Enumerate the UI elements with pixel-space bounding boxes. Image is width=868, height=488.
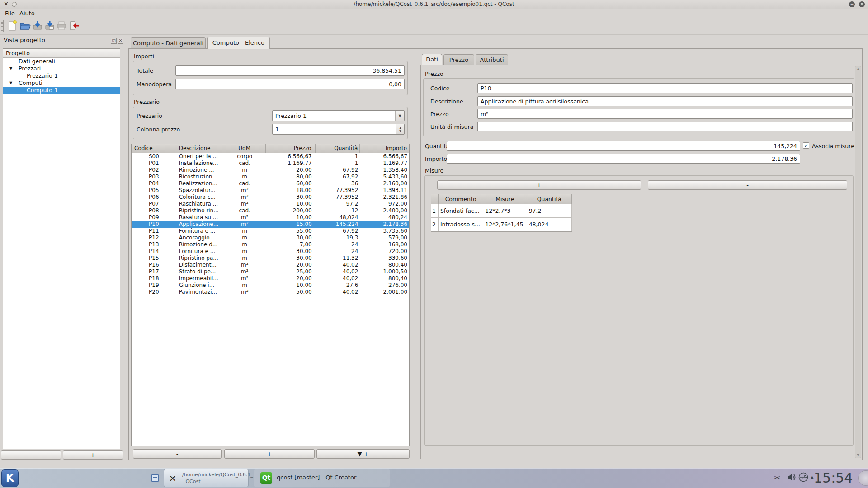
taskbar-task-qcost[interactable]: ✕ /home/mickele/QCost_0.6.1_ - QCost	[164, 469, 249, 487]
computo-row-P11[interactable]: P11Fornitura e ...m55,0067,923.735,60	[132, 228, 409, 235]
misure-remove-button[interactable]: -	[648, 180, 847, 190]
tree-item-computo-1[interactable]: Computo 1	[3, 87, 120, 94]
computo-row-P03[interactable]: P03Ricostruzion...m80,0067,925.433,60	[132, 174, 409, 180]
codice-field[interactable]: P10	[477, 83, 853, 93]
computo-row-P09[interactable]: P09Rasatura su ...m²10,0048,024480,24	[132, 214, 409, 221]
save-icon[interactable]	[32, 20, 44, 33]
toolbar-drag-handle[interactable]	[1, 20, 4, 32]
header-descrizione[interactable]: Descrizione	[176, 144, 224, 153]
computo-row-P07[interactable]: P07Raschiatura ...m²10,0097,2972,00	[132, 201, 409, 207]
dock-title: Vista progetto	[4, 37, 45, 43]
tab-dati[interactable]: Dati	[422, 54, 442, 65]
new-document-icon[interactable]	[6, 20, 19, 33]
cell-prezzo: 55,00	[266, 228, 316, 235]
window-list-icon[interactable]	[151, 474, 159, 482]
colonna-prezzo-spinbox[interactable]: 1 ▲▼	[272, 124, 405, 135]
computo-row-P17[interactable]: P17Strato di pe...m²25,0040,021.000,50	[132, 268, 409, 275]
prezzo-field[interactable]: m²	[477, 109, 853, 119]
computo-remove-button[interactable]: -	[133, 449, 222, 459]
tab-computo-dati-generali[interactable]: Computo - Dati generali	[131, 37, 206, 49]
dock-add-button[interactable]: +	[63, 450, 123, 460]
computo-row-P02[interactable]: P02Rimozione ...m20,0067,921.358,40	[132, 167, 409, 174]
computo-table[interactable]: Codice Descrizione UdM Prezzo Quantità I…	[131, 144, 410, 446]
task-title: qcost [master] - Qt Creator	[277, 474, 356, 481]
header-codice[interactable]: Codice	[132, 144, 176, 153]
computo-row-P16[interactable]: P16Disfaciment...m²20,0040,02800,40	[132, 262, 409, 268]
tree-item-computi[interactable]: ▼Computi	[3, 80, 120, 87]
tab-prezzo[interactable]: Prezzo	[443, 54, 474, 65]
totale-label: Totale	[137, 67, 153, 74]
header-prezzo[interactable]: Prezzo	[266, 144, 316, 153]
misure-table-header[interactable]: Commento Misure Quantità	[431, 194, 572, 204]
unita-misura-field[interactable]	[477, 122, 853, 131]
header-udm[interactable]: UdM	[223, 144, 266, 153]
save-as-icon[interactable]	[44, 20, 57, 33]
associa-misure-checkbox[interactable]: ✓	[803, 142, 809, 149]
computo-add-button[interactable]: +	[224, 449, 315, 459]
totale-field[interactable]: 36.854,51	[175, 65, 405, 76]
computo-row-P06[interactable]: P06Coloritura c...m²30,0077,39522.321,86	[132, 194, 409, 201]
header-misure[interactable]: Misure	[483, 194, 527, 204]
computo-row-P04[interactable]: P04Realizzazion...cad.60,00362.160,00	[132, 180, 409, 187]
computo-row-P12[interactable]: P12Ancoraggio ...m30,0019,3579,00	[132, 235, 409, 241]
klipper-scissors-icon[interactable]: ✂	[774, 473, 780, 482]
dock-remove-button[interactable]: -	[1, 450, 61, 460]
computo-row-P14[interactable]: P14Fornitura e ...m30,0024720,00	[132, 248, 409, 255]
prezzario-combobox[interactable]: Prezzario 1 ▼	[272, 110, 405, 121]
computo-add-special-button[interactable]: ▼ +	[316, 449, 410, 459]
tab-attributi[interactable]: Attributi	[476, 54, 508, 65]
window-titlebar[interactable]: ✕ /home/mickele/QCost_0.6.1_src/doc/esem…	[0, 0, 868, 9]
computo-table-header[interactable]: Codice Descrizione UdM Prezzo Quantità I…	[132, 144, 409, 153]
expand-arrow-icon[interactable]: ▼	[9, 65, 12, 72]
scroll-down-icon[interactable]: ▼	[855, 453, 861, 457]
computo-row-P18[interactable]: P18Impermeabil...m²20,0040,02800,40	[132, 275, 409, 282]
quantita-field[interactable]: 145,224	[447, 141, 800, 151]
computo-row-P15[interactable]: P15Ripristino pa...m30,0011,32339,60	[132, 255, 409, 262]
print-icon[interactable]	[56, 20, 68, 33]
close-icon[interactable]: ✕	[859, 1, 865, 7]
misure-table[interactable]: Commento Misure Quantità 1Sfondati fac..…	[431, 194, 572, 232]
importo-field[interactable]: 2.178,36	[447, 154, 800, 164]
tree-item-prezzari[interactable]: ▼Prezzari	[3, 65, 120, 72]
vertical-scrollbar[interactable]: ▲ ▼	[855, 66, 861, 458]
dock-float-icon[interactable]: ◱	[111, 38, 117, 44]
computo-row-P19[interactable]: P19Giunzione i...m10,0027,6276,00	[132, 282, 409, 289]
tree-item-dati-generali[interactable]: Dati generali	[3, 58, 120, 65]
computo-row-S00[interactable]: S00Oneri per la ...corpo6.566,6716.566,6…	[132, 153, 409, 160]
spin-arrows-icon[interactable]: ▲▼	[396, 124, 404, 134]
computo-row-P05[interactable]: P05Spazzolatur...m²18,0077,39521.393,11	[132, 187, 409, 194]
expand-arrow-icon[interactable]: ▼	[9, 80, 12, 87]
usb-device-icon[interactable]	[798, 472, 808, 484]
menu-aiuto[interactable]: Aiuto	[17, 9, 37, 17]
computo-row-P01[interactable]: P01Installazione...cad.1.169,7711.169,77	[132, 160, 409, 167]
scroll-up-icon[interactable]: ▲	[855, 67, 861, 71]
taskbar-task-qtcreator[interactable]: Qt qcost [master] - Qt Creator	[254, 469, 390, 487]
computo-row-P20[interactable]: P20Pavimentazi...m²50,0040,022.001,00	[132, 289, 409, 296]
chevron-down-icon[interactable]: ▼	[395, 111, 404, 121]
task-title-line2: - QCost	[182, 479, 201, 484]
dock-close-icon[interactable]: ✕	[118, 38, 123, 44]
volume-icon[interactable]	[786, 472, 797, 484]
descrizione-field[interactable]: Applicazione di pittura acrilsilossanica	[477, 96, 853, 106]
computo-row-P13[interactable]: P13Rimozione d...m7,0024168,00	[132, 241, 409, 248]
tree-item-prezzario-1[interactable]: Prezzario 1	[3, 72, 120, 80]
menu-file[interactable]: File	[3, 9, 17, 17]
header-misure-quantita[interactable]: Quantità	[527, 194, 572, 204]
misure-row-2[interactable]: 2Intradosso s...12*2,76*1,4548,024	[431, 218, 572, 231]
computo-row-P08[interactable]: P08Ripristino rin...cad.200,00122.400,00	[132, 207, 409, 214]
tab-computo-elenco[interactable]: Computo - Elenco	[207, 37, 270, 49]
misure-add-button[interactable]: +	[437, 180, 641, 190]
clock[interactable]: 15:54	[814, 470, 857, 486]
computo-row-P10[interactable]: P10Applicazione...m²15,00145,2242.178,36	[132, 221, 409, 228]
project-tree-header[interactable]: Progetto	[3, 49, 120, 58]
manodopera-field[interactable]: 0,00	[175, 79, 405, 89]
misure-row-1[interactable]: 1Sfondati fac...12*2,7*397,2	[431, 204, 572, 218]
kde-menu-button[interactable]: K	[1, 469, 19, 487]
open-folder-icon[interactable]	[19, 20, 32, 33]
minimize-icon[interactable]: −	[849, 1, 855, 7]
tray-expand-arrow-icon[interactable]: ▲	[811, 475, 814, 479]
exit-icon[interactable]	[68, 20, 81, 33]
header-importo[interactable]: Importo	[360, 144, 409, 153]
header-commento[interactable]: Commento	[439, 194, 483, 204]
header-quantita[interactable]: Quantità	[316, 144, 360, 153]
